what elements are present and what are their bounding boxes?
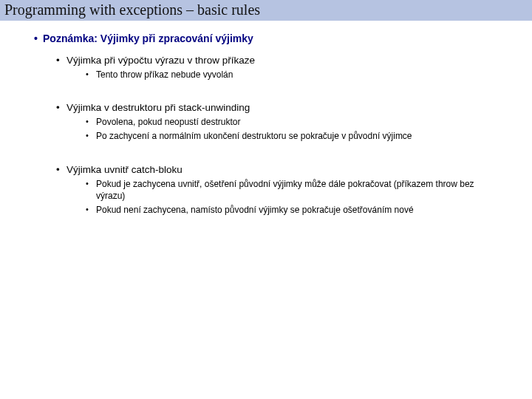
slide-body: Poznámka: Výjimky při zpracování výjimky…	[0, 21, 532, 216]
list-item: Tento throw příkaz nebude vyvolán	[96, 69, 495, 81]
list-item: Pokud je zachycena uvnitř, ošetření půvo…	[96, 178, 495, 202]
section-heading: Výjimka uvnitř catch-bloku	[66, 164, 525, 175]
list-item: Po zachycení a normálním ukončení destru…	[96, 130, 495, 142]
section-heading: Výjimka při výpočtu výrazu v throw příka…	[66, 55, 525, 66]
title-bar: Programming with exceptions – basic rule…	[0, 0, 532, 21]
list-item: Povolena, pokud neopustí destruktor	[96, 116, 495, 128]
slide: Programming with exceptions – basic rule…	[0, 0, 532, 399]
section-heading: Výjimka v destruktoru při stack-unwindin…	[66, 102, 525, 113]
list-item: Pokud není zachycena, namísto původní vý…	[96, 204, 495, 216]
note-heading: Poznámka: Výjimky při zpracování výjimky	[43, 33, 525, 44]
slide-title: Programming with exceptions – basic rule…	[4, 1, 528, 18]
